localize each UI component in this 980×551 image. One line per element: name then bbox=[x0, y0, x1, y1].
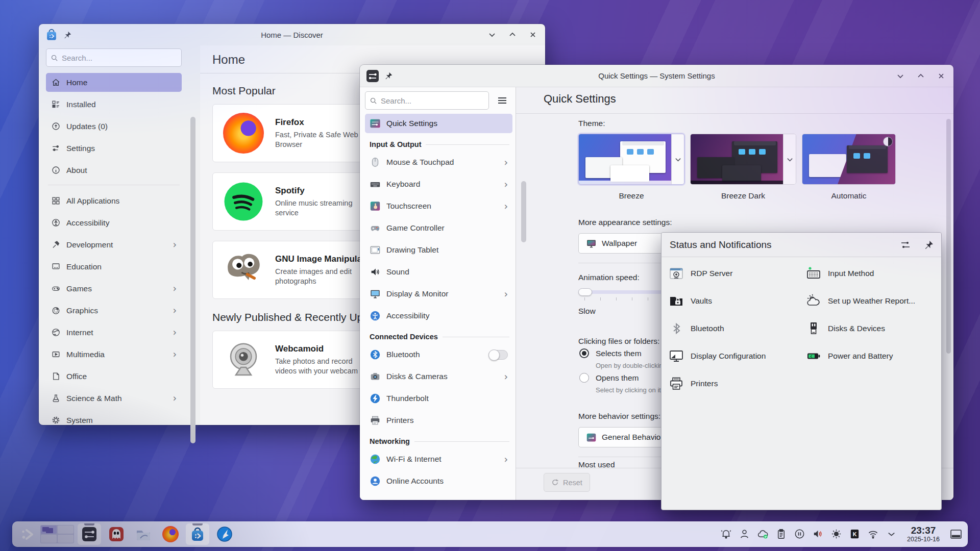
sidebar-item-system[interactable]: System bbox=[46, 411, 182, 430]
sidebar-item-games[interactable]: Games› bbox=[46, 279, 182, 298]
configure-sliders-icon[interactable] bbox=[900, 240, 911, 250]
minimize-button[interactable] bbox=[487, 30, 497, 40]
task-ghostwriter[interactable] bbox=[105, 523, 128, 545]
sidebar-item-all-applications[interactable]: All Applications bbox=[46, 191, 182, 210]
status-item-rdp-server[interactable]: RDP Server bbox=[669, 265, 801, 282]
brightness-icon[interactable] bbox=[830, 528, 842, 540]
settings-search[interactable] bbox=[365, 91, 489, 110]
sidebar-item-accessibility[interactable]: Accessibility bbox=[365, 306, 512, 325]
sidebar-item-mouse-touchpad[interactable]: Mouse & Touchpad› bbox=[365, 153, 512, 172]
user-icon[interactable] bbox=[739, 528, 750, 540]
content-scrollbar-right[interactable] bbox=[946, 119, 951, 354]
sidebar-item-development[interactable]: Development› bbox=[46, 235, 182, 254]
notifications-bell-icon[interactable] bbox=[720, 528, 732, 540]
pin-icon[interactable] bbox=[63, 31, 72, 39]
bluetooth-toggle[interactable] bbox=[488, 350, 508, 360]
kate-k-icon[interactable]: K bbox=[849, 528, 861, 540]
sidebar-item-online-accounts[interactable]: Online Accounts bbox=[365, 471, 512, 491]
minimize-button[interactable] bbox=[895, 71, 905, 81]
online-accounts-icon bbox=[370, 475, 381, 487]
status-item-power-battery[interactable]: Power and Battery bbox=[806, 348, 937, 364]
virtual-desktop-pager[interactable] bbox=[40, 525, 74, 543]
discover-scrollbar[interactable] bbox=[189, 85, 197, 420]
sidebar-item-wifi-internet[interactable]: Wi-Fi & Internet› bbox=[365, 449, 512, 469]
desktop-2[interactable] bbox=[58, 525, 74, 534]
radio-selects-them[interactable] bbox=[579, 348, 589, 358]
cloud-sync-icon[interactable] bbox=[757, 528, 769, 540]
sidebar-item-thunderbolt[interactable]: Thunderbolt bbox=[365, 389, 512, 408]
theme-card-breeze-dark[interactable] bbox=[690, 134, 796, 185]
wifi-icon[interactable] bbox=[867, 528, 879, 540]
reset-button[interactable]: Reset bbox=[544, 473, 590, 492]
theme-breeze-dropdown[interactable] bbox=[671, 134, 684, 184]
media-pause-icon[interactable] bbox=[794, 528, 805, 540]
status-item-vaults[interactable]: Vaults bbox=[669, 293, 801, 309]
sidebar-item-bluetooth[interactable]: Bluetooth bbox=[365, 345, 512, 364]
status-item-input-method[interactable]: Input Method bbox=[806, 265, 937, 282]
pin-icon[interactable] bbox=[924, 240, 934, 250]
theme-breeze-dark-dropdown[interactable] bbox=[783, 134, 796, 184]
sidebar-item-office[interactable]: Office bbox=[46, 367, 182, 386]
status-item-disks-devices[interactable]: Disks & Devices bbox=[806, 320, 937, 337]
sidebar-item-settings[interactable]: Settings bbox=[46, 139, 182, 158]
show-desktop-button[interactable] bbox=[949, 529, 963, 540]
close-button[interactable] bbox=[528, 30, 538, 40]
menu-hamburger-icon[interactable] bbox=[493, 92, 511, 109]
status-item-display-configuration[interactable]: Display Configuration bbox=[669, 348, 801, 364]
maximize-button[interactable] bbox=[507, 30, 518, 40]
task-firefox[interactable] bbox=[159, 523, 182, 545]
maximize-button[interactable] bbox=[916, 71, 926, 81]
discover-titlebar[interactable]: Home — Discover bbox=[39, 24, 545, 45]
discover-search[interactable] bbox=[46, 48, 182, 67]
sidebar-item-internet[interactable]: Internet› bbox=[46, 323, 182, 342]
search-input[interactable] bbox=[62, 54, 177, 62]
sidebar-item-touchscreen[interactable]: Touchscreen› bbox=[365, 196, 512, 216]
sidebar-item-accessibility[interactable]: Accessibility bbox=[46, 213, 182, 232]
search-icon bbox=[370, 97, 377, 105]
status-item-bluetooth[interactable]: Bluetooth bbox=[669, 320, 801, 337]
sidebar-item-quick-settings[interactable]: Quick Settings bbox=[365, 114, 512, 133]
sidebar-item-installed[interactable]: Installed bbox=[46, 95, 182, 114]
close-button[interactable] bbox=[936, 71, 946, 81]
desktop-3[interactable] bbox=[41, 535, 57, 543]
settings-titlebar[interactable]: Quick Settings — System Settings bbox=[360, 65, 953, 87]
theme-card-automatic[interactable] bbox=[802, 134, 896, 185]
sidebar-item-drawing-tablet[interactable]: Drawing Tablet bbox=[365, 240, 512, 260]
graphics-icon bbox=[51, 306, 61, 315]
theme-card-breeze[interactable] bbox=[578, 134, 684, 185]
section-header-input-output: Input & Output bbox=[370, 140, 509, 148]
sidebar-item-disks-cameras[interactable]: Disks & Cameras› bbox=[365, 367, 512, 386]
desktop-4[interactable] bbox=[58, 535, 74, 543]
status-item-weather[interactable]: Set up Weather Report... bbox=[806, 293, 937, 309]
radio-opens-them[interactable] bbox=[579, 373, 589, 383]
app-launcher-button[interactable] bbox=[17, 523, 37, 545]
status-item-printers[interactable]: Printers bbox=[669, 375, 801, 392]
sidebar-item-sound[interactable]: Sound bbox=[365, 262, 512, 282]
sidebar-item-education[interactable]: Education bbox=[46, 257, 182, 276]
sidebar-item-home[interactable]: Home bbox=[46, 73, 182, 92]
sidebar-item-about[interactable]: About bbox=[46, 161, 182, 180]
radio-opens-label[interactable]: Opens them bbox=[596, 373, 639, 383]
sidebar-item-science-math[interactable]: Science & Math› bbox=[46, 389, 182, 408]
slider-handle[interactable] bbox=[578, 288, 592, 296]
sidebar-item-graphics[interactable]: Graphics› bbox=[46, 301, 182, 320]
task-dolphin[interactable] bbox=[132, 523, 155, 545]
sidebar-item-printers[interactable]: Printers bbox=[365, 411, 512, 430]
sidebar-item-keyboard[interactable]: Keyboard› bbox=[365, 174, 512, 194]
task-system-settings[interactable] bbox=[78, 523, 101, 545]
volume-icon[interactable] bbox=[812, 528, 824, 540]
sidebar-item-display-monitor[interactable]: Display & Monitor› bbox=[365, 284, 512, 304]
clipboard-icon[interactable] bbox=[775, 528, 787, 540]
sidebar-item-multimedia[interactable]: Multimedia› bbox=[46, 345, 182, 364]
desktop-1[interactable] bbox=[41, 525, 57, 534]
task-konqueror[interactable] bbox=[213, 523, 236, 545]
pin-icon[interactable] bbox=[384, 71, 393, 80]
radio-selects-label[interactable]: Selects them bbox=[596, 349, 642, 358]
content-scrollbar-left[interactable] bbox=[521, 181, 526, 242]
sidebar-item-updates[interactable]: Updates (0) bbox=[46, 117, 182, 136]
digital-clock[interactable]: 23:37 2025-10-16 bbox=[907, 525, 940, 543]
tray-expand-chevron-icon[interactable] bbox=[886, 528, 897, 540]
sidebar-item-game-controller[interactable]: Game Controller bbox=[365, 218, 512, 238]
task-discover[interactable] bbox=[186, 523, 209, 545]
search-input[interactable] bbox=[381, 96, 484, 105]
